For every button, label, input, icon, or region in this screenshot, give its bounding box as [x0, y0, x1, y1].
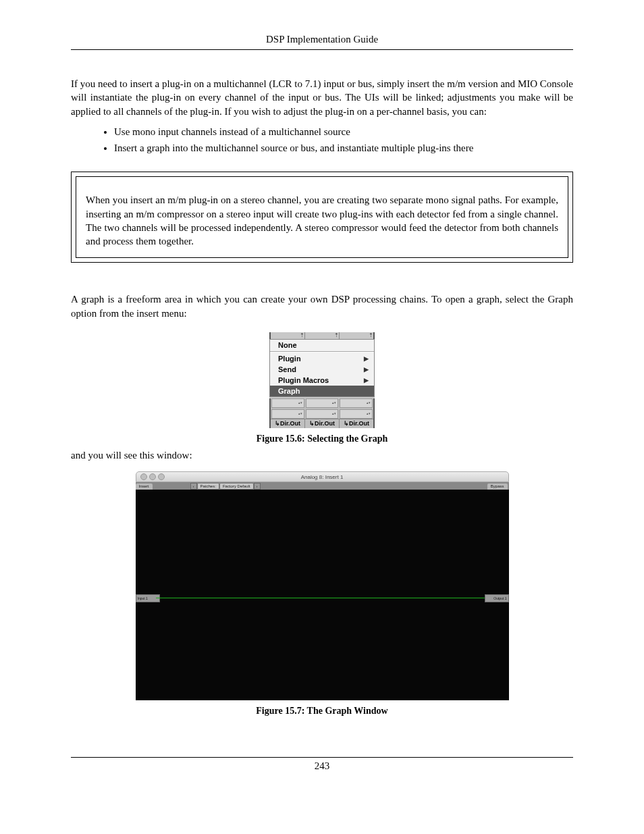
graph-toolbar: Insert ‹ Patches: Factory Default › Bypa…: [136, 482, 509, 490]
direct-out-button[interactable]: ↳Dir.Out: [340, 419, 373, 428]
channel-slot-row: ⇡ ⇡ ⇡: [269, 332, 375, 339]
figure-caption: Figure 15.7: The Graph Window: [256, 706, 387, 716]
paragraph-graph-intro: A graph is a freeform area in which you …: [71, 292, 573, 320]
stepper-icon: ▴▾: [365, 400, 372, 407]
menu-label: None: [278, 341, 297, 349]
submenu-arrow-icon: ▶: [364, 377, 369, 384]
menu-label: Graph: [278, 387, 300, 395]
zoom-icon[interactable]: [158, 473, 165, 480]
param-cell[interactable]: ▴▾: [271, 398, 304, 408]
figure-15-7: Analog 8: Insert 1 Insert ‹ Patches: Fac…: [71, 471, 573, 716]
graph-canvas[interactable]: Input 1 Output 1: [136, 490, 509, 700]
menu-item-plugin[interactable]: Plugin ▶: [270, 353, 374, 364]
page: DSP Implementation Guide If you need to …: [0, 0, 644, 799]
insert-tab[interactable]: Insert: [136, 484, 153, 490]
menu-separator: [270, 351, 374, 353]
paragraph-intro: If you need to insert a plug-in on a mul…: [71, 77, 573, 118]
note-text: When you insert an m/m plug-in on a ster…: [76, 176, 568, 258]
bypass-button[interactable]: Bypass: [487, 484, 508, 490]
stepper-icon: ▴▾: [331, 411, 338, 417]
param-cell[interactable]: ▴▾: [340, 398, 373, 408]
page-footer: 243: [71, 757, 573, 772]
slot-handle: ⇡: [340, 332, 373, 339]
stepper-icon: ▴▾: [331, 400, 338, 407]
minimize-icon[interactable]: [149, 473, 156, 480]
figure-caption: Figure 15.6: Selecting the Graph: [257, 434, 388, 444]
submenu-arrow-icon: ▶: [364, 366, 369, 373]
next-preset-button[interactable]: ›: [254, 483, 261, 490]
channel-controls: ▴▾ ▴▾ ▴▾ ▴▾ ▴▾ ▴▾ ↳Dir.Out ↳Dir.Out ↳Dir…: [269, 398, 375, 428]
signal-wire: [156, 598, 489, 598]
output-node[interactable]: Output 1: [485, 594, 509, 602]
menu-label: Plugin: [278, 355, 301, 363]
bullet-list: Use mono input channels instead of a mul…: [71, 125, 573, 156]
bullet-item: Insert a graph into the multichannel sou…: [114, 141, 573, 156]
param-cell[interactable]: ▴▾: [340, 409, 373, 419]
stepper-icon: ▴▾: [297, 411, 304, 417]
stepper-icon: ▴▾: [365, 411, 372, 417]
direct-out-button[interactable]: ↳Dir.Out: [305, 419, 340, 428]
page-header: DSP Implementation Guide: [71, 34, 573, 50]
graph-window: Analog 8: Insert 1 Insert ‹ Patches: Fac…: [136, 471, 509, 700]
paragraph-lead-to-window: and you will see this window:: [71, 448, 573, 462]
param-cell[interactable]: ▴▾: [306, 409, 339, 419]
insert-menu-screenshot: ⇡ ⇡ ⇡ None Plugin ▶ Send ▶ Plugin Macr: [269, 332, 375, 428]
window-controls: [140, 473, 165, 480]
direct-out-button[interactable]: ↳Dir.Out: [271, 419, 305, 428]
context-menu: None Plugin ▶ Send ▶ Plugin Macros ▶ Gra…: [269, 339, 375, 397]
figure-15-6: ⇡ ⇡ ⇡ None Plugin ▶ Send ▶ Plugin Macr: [71, 332, 573, 444]
menu-label: Send: [278, 365, 296, 373]
preset-selector[interactable]: Factory Default: [219, 483, 254, 490]
menu-item-plugin-macros[interactable]: Plugin Macros ▶: [270, 375, 374, 386]
slot-handle: ⇡: [305, 332, 340, 339]
input-node[interactable]: Input 1: [136, 594, 160, 602]
stepper-icon: ▴▾: [297, 400, 304, 407]
patches-label: Patches:: [197, 483, 219, 490]
bullet-item: Use mono input channels instead of a mul…: [114, 125, 573, 140]
close-icon[interactable]: [140, 473, 147, 480]
param-cell[interactable]: ▴▾: [271, 409, 304, 419]
note-box: When you insert an m/m plug-in on a ster…: [71, 172, 573, 263]
menu-item-graph[interactable]: Graph: [270, 386, 374, 396]
slot-handle: ⇡: [271, 332, 305, 339]
prev-preset-button[interactable]: ‹: [190, 483, 197, 490]
menu-item-send[interactable]: Send ▶: [270, 364, 374, 375]
menu-item-none[interactable]: None: [270, 340, 374, 350]
menu-label: Plugin Macros: [278, 376, 329, 384]
window-titlebar[interactable]: Analog 8: Insert 1: [136, 471, 509, 482]
param-cell[interactable]: ▴▾: [306, 398, 339, 408]
submenu-arrow-icon: ▶: [364, 355, 369, 362]
window-title: Analog 8: Insert 1: [136, 474, 508, 480]
